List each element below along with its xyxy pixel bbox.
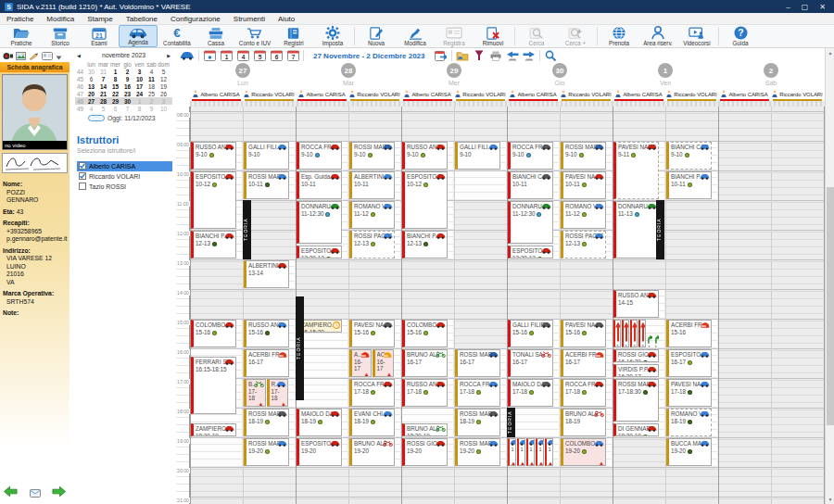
calendar-day[interactable]: 23 (121, 91, 133, 97)
toolbar-conto-e-iuv-button[interactable]: Conto e IUV (235, 25, 274, 47)
menu-aiuto[interactable]: Aiuto (272, 15, 301, 23)
appointment-card[interactable]: GALLI FILI...9-10 (244, 142, 289, 170)
appointment-card[interactable]: ALBERTINI...13-14 (244, 260, 289, 288)
appointment-card[interactable]: DONNARU...11-12:30 (297, 201, 342, 244)
calendar-day[interactable]: 6 (85, 76, 97, 82)
calendar-day[interactable]: 7 (121, 106, 133, 112)
menu-stampe[interactable]: Stampe (81, 15, 120, 23)
appointment-card[interactable]: VIRDIS P.P.16:30-17 (613, 364, 659, 377)
column-instructor-alberto-carisa[interactable]: Alberto CARISA (613, 89, 665, 99)
appointment-card[interactable]: ROCCA FRA...9-10 (508, 142, 553, 170)
appointment-card[interactable]: ESPOSITO S.12:30-13 (297, 246, 342, 258)
calendar-day[interactable]: 2 (145, 98, 158, 105)
checkbox-icon[interactable] (79, 183, 86, 191)
prev-month-icon[interactable]: ◀ (77, 53, 81, 58)
next-lesson-icon[interactable] (523, 49, 536, 62)
toolbar-imposta-button[interactable]: Imposta (313, 25, 352, 47)
appointment-card[interactable]: AC...16-17▲ (373, 349, 395, 377)
appointment-card[interactable]: RUSSO ANT...9-10 (402, 142, 448, 170)
car-calendar-icon[interactable] (180, 49, 195, 62)
column-instructor-riccardo-volari[interactable]: Riccardo VOLARI (560, 89, 613, 99)
appointment-card[interactable]: ROSSI MAR...18-19 (455, 409, 500, 436)
appointment-card[interactable]: ESPOSITO S.16-17 (666, 349, 712, 377)
calendar-day[interactable]: 30 (85, 69, 97, 75)
calendar-day[interactable]: 11 (145, 76, 158, 82)
toolbar-modifica-button[interactable]: Modifica (396, 25, 435, 47)
menu-pratiche[interactable]: Pratiche (0, 15, 40, 23)
calendar-day[interactable]: 9 (121, 76, 133, 82)
id-card-icon[interactable] (42, 47, 53, 64)
view-4-days-button[interactable]: 4 (236, 49, 249, 62)
appointment-mini[interactable]: 1 (613, 320, 621, 347)
calendar-day[interactable]: 27 (85, 98, 97, 105)
appointment-card[interactable]: PAVESI NA...15-16 (349, 320, 395, 347)
appointment-card[interactable]: ACERBI FR...16-17 (561, 349, 606, 377)
appointment-card[interactable]: ACERBI FR...16-17 (244, 349, 289, 377)
appointment-card[interactable]: COLOMBO...15-16 (191, 320, 236, 347)
appointment-card[interactable]: BIANCHI P...12-13 (191, 231, 236, 258)
appointment-card[interactable]: PAVESI NANDO9-11 (613, 142, 659, 199)
toolbar-rimuovi-button[interactable]: Rimuovi (474, 25, 512, 47)
appointment-card[interactable]: BIANCHI P...12-13 (402, 231, 448, 258)
column-instructor-alberto-carisa[interactable]: Alberto CARISA (401, 89, 454, 99)
appointment-card[interactable]: ROSSI MAR...19-20 (455, 438, 500, 466)
calendar-day[interactable]: 10 (158, 106, 170, 112)
appointment-card[interactable]: ROCCA FRA...17-18 (455, 379, 500, 407)
menu-tabellone[interactable]: Tabellone (120, 15, 164, 23)
appointment-card[interactable]: ROSSI GIO...19-20 (402, 438, 448, 466)
calendar-day[interactable]: 4 (145, 69, 158, 75)
appointment-card[interactable]: ROMANO VALE...18-19 (666, 409, 712, 436)
appointment-card[interactable]: PAVESI NA...15-16 (561, 320, 606, 347)
calendar-day[interactable]: 26 (158, 91, 170, 97)
appointment-card[interactable]: BIANCHI C...10-11 (508, 171, 553, 199)
appointment-card[interactable]: ROSSI MAR...10-11 (244, 171, 289, 199)
toolbar-videocorsi-button[interactable]: Videocorsi (677, 25, 716, 47)
toolbar-cerca-button[interactable]: Cerca + (556, 25, 595, 47)
calendar-day[interactable]: 1 (133, 98, 145, 105)
day-number-badge[interactable]: 28 (341, 63, 356, 78)
calendar-day[interactable]: 3 (158, 98, 170, 105)
calendar-day[interactable]: 12 (158, 76, 170, 82)
calendar-day[interactable]: 31 (97, 69, 109, 75)
appointment-card[interactable]: ROSSI MAR...19-20 (244, 438, 289, 466)
menu-modifica[interactable]: Modifica (40, 15, 81, 23)
calendar-day[interactable]: 17 (133, 83, 145, 90)
appointment-mini[interactable]: 1▲ (545, 438, 553, 466)
appointment-card[interactable]: COLOMBO...19-20▲ (561, 438, 606, 466)
menu-configurazione[interactable]: Configurazione (164, 15, 227, 23)
appointment-card[interactable]: DONNARU...11-13 (613, 201, 659, 258)
appointment-card[interactable]: PAVESI NA...10-11 (561, 171, 606, 199)
appointment-card[interactable]: ZAMPIERO...18:30-19 (191, 423, 236, 436)
appointment-card[interactable]: BRUNO ALE...18:30-19 (402, 423, 448, 436)
calendar-day[interactable]: 22 (109, 91, 121, 97)
print-icon[interactable] (489, 49, 502, 62)
blocked-time-bar[interactable]: TEORIA (243, 200, 251, 259)
appointment-card[interactable]: ESPOSITO S.19-20 (297, 438, 342, 466)
calendar-day[interactable]: 8 (109, 76, 121, 82)
appointment-card[interactable]: R...17-18▲ (267, 379, 289, 407)
calendar-day[interactable]: 20 (85, 91, 97, 97)
view-1-days-button[interactable]: 1 (220, 49, 233, 62)
webcam-icon[interactable] (3, 47, 13, 64)
student-agenda-icon[interactable] (456, 49, 469, 62)
appointment-card[interactable]: BRUNO ALE...16-17 (402, 349, 448, 377)
filter-icon[interactable] (473, 49, 486, 62)
blocked-time-bar[interactable]: TEORIA (507, 408, 515, 437)
calendar-day[interactable]: 8 (133, 106, 145, 112)
day-number-badge[interactable]: 1 (658, 63, 673, 78)
appointment-card[interactable]: MAIOLO DA...17-18 (508, 379, 553, 407)
next-student-button[interactable] (52, 485, 66, 501)
appointment-card[interactable]: ROSSI MAR...9-10 (349, 142, 395, 170)
calendar-day[interactable]: 18 (145, 83, 158, 90)
calendar-day[interactable]: 25 (145, 91, 158, 97)
appointment-card[interactable]: ROMANO V...11-12 (561, 201, 606, 229)
appointment-card[interactable]: B...17-18▲ (244, 379, 266, 407)
calendar-day[interactable]: 15 (109, 83, 121, 90)
today-pill[interactable] (88, 115, 105, 121)
calendar-day[interactable]: 7 (97, 76, 109, 82)
view-5-days-button[interactable]: 5 (253, 49, 266, 62)
view-day-button[interactable] (203, 49, 216, 62)
toolbar-nuova-button[interactable]: Nuova (357, 25, 396, 47)
appointment-card[interactable]: ESPOSITO S.10-12 (191, 171, 236, 229)
calendar-day[interactable]: 30 (121, 98, 133, 105)
